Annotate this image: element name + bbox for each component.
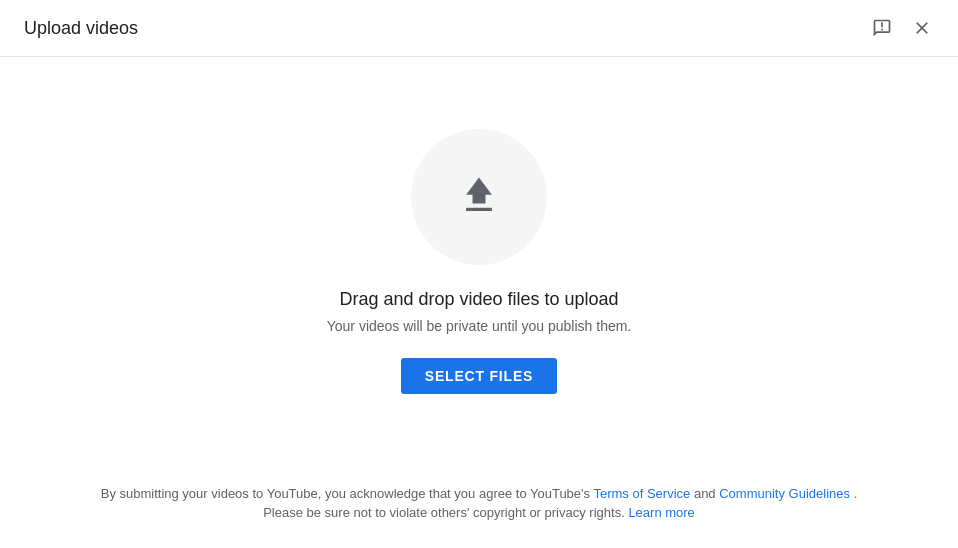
dialog-title: Upload videos (24, 18, 138, 39)
upload-circle (411, 129, 547, 265)
svg-marker-0 (466, 178, 492, 204)
header-actions (870, 16, 934, 40)
copyright-text: Please be sure not to violate others' co… (263, 505, 625, 520)
terms-of-service-link[interactable]: Terms of Service (593, 486, 690, 501)
footer-line-1: By submitting your videos to YouTube, yo… (24, 486, 934, 501)
dialog-header: Upload videos (0, 0, 958, 57)
community-guidelines-link[interactable]: Community Guidelines (719, 486, 850, 501)
footer-suffix-text: . (854, 486, 858, 501)
footer-prefix-text: By submitting your videos to YouTube, yo… (101, 486, 590, 501)
upload-icon (451, 169, 507, 225)
main-content: Drag and drop video files to upload Your… (0, 57, 958, 466)
private-notice-text: Your videos will be private until you pu… (327, 318, 632, 334)
drag-drop-text: Drag and drop video files to upload (339, 289, 618, 310)
upload-dialog: Upload videos Drag and drop vi (0, 0, 958, 548)
footer-and-text: and (694, 486, 716, 501)
footer-line-2: Please be sure not to violate others' co… (24, 505, 934, 520)
learn-more-link[interactable]: Learn more (628, 505, 694, 520)
svg-rect-1 (466, 208, 492, 211)
close-icon[interactable] (910, 16, 934, 40)
select-files-button[interactable]: SELECT FILES (401, 358, 557, 394)
feedback-icon[interactable] (870, 16, 894, 40)
footer-section: By submitting your videos to YouTube, yo… (0, 466, 958, 548)
